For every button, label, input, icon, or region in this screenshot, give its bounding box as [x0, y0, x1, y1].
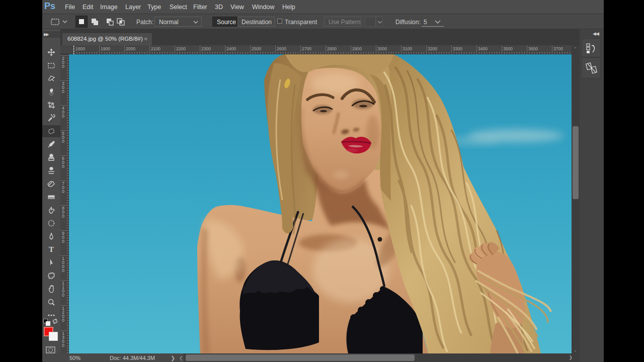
- svg-text:T: T: [49, 245, 54, 253]
